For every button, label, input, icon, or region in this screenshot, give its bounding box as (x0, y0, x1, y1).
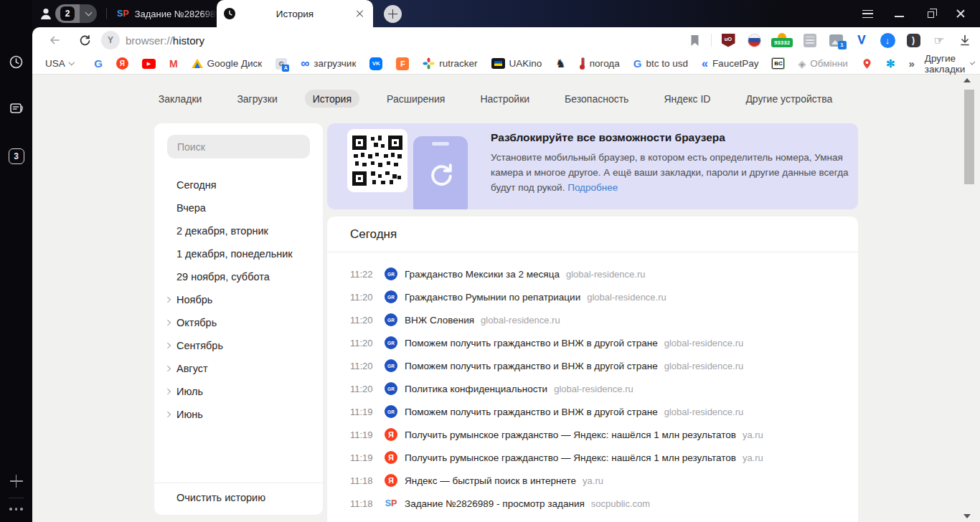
sidebar-item-month[interactable]: Сентябрь (154, 334, 323, 357)
tab-inactive[interactable]: SP Задание №2826989 - прос (113, 0, 217, 27)
scrollbar-down-icon[interactable] (963, 514, 971, 518)
ublock-extension-icon[interactable]: uO (719, 30, 738, 50)
history-entry[interactable]: 11:19 GR Поможем получить гражданство и … (327, 400, 858, 423)
bookmark-this-icon[interactable] (685, 30, 704, 50)
scrollbar-up-icon[interactable] (963, 78, 971, 82)
chevron-right-icon (165, 366, 171, 371)
bookmark-loader[interactable]: ∞загрузчик (301, 57, 356, 71)
browser-menu-button[interactable] (856, 0, 879, 27)
sidebar-item-date[interactable]: 2 декабря, вторник (154, 219, 323, 242)
history-entry[interactable]: 11:18 SP Задание №2826989 - просмотр зад… (327, 492, 858, 515)
search-input[interactable] (167, 135, 310, 158)
funnel-extension-icon[interactable]: V (852, 30, 871, 50)
tab-other-devices[interactable]: Другие устройства (738, 90, 840, 108)
sidebar-item-month[interactable]: Июнь (154, 403, 323, 426)
rail-add-icon[interactable] (0, 475, 32, 488)
sidebar-item-month[interactable]: Октябрь (154, 311, 323, 334)
bookmark-kyivstar[interactable]: ✼ (886, 57, 895, 70)
bookmark-uakino[interactable]: UAKino (491, 58, 542, 69)
back-button[interactable] (42, 29, 67, 51)
panels-rail-icon[interactable] (0, 101, 32, 117)
history-entry[interactable]: 11:18 Я Яндекс — быстрый поиск в интерне… (327, 469, 858, 492)
tab-bookmarks[interactable]: Закладки (151, 90, 210, 108)
close-button[interactable] (949, 0, 972, 27)
savefrom-extension-icon[interactable]: ↓ (878, 30, 897, 50)
history-entry[interactable]: 11:19 Я Получить румынское гражданство —… (327, 423, 858, 446)
yandex-favicon: Я (385, 474, 397, 487)
tab-downloads[interactable]: Загрузки (229, 90, 285, 108)
bookmark-vk[interactable]: VK (369, 57, 382, 70)
sidebar-item-date[interactable]: 1 декабря, понедельник (154, 242, 323, 265)
history-entry[interactable]: 11:20 GR Поможем получить гражданство и … (327, 354, 858, 377)
bookmark-google[interactable]: G (94, 57, 103, 70)
bookmark-google-maps[interactable] (862, 57, 872, 70)
sidebar-item-yesterday[interactable]: Вчера (154, 196, 323, 219)
tab-group-chevron-icon[interactable] (80, 4, 97, 23)
chevron-right-icon (165, 343, 171, 348)
tab-group-selector[interactable]: 2 (55, 4, 97, 23)
restore-button[interactable] (919, 0, 942, 27)
history-entry[interactable]: 11:22 GR Гражданство Мексики за 2 месяца… (327, 262, 858, 285)
site-icon[interactable]: Y (101, 31, 120, 49)
socpublic-favicon: SP (117, 9, 129, 19)
tab-security[interactable]: Безопасность (557, 90, 636, 108)
bookmark-folder-usa[interactable]: USA (45, 58, 73, 69)
sidebar-item-month[interactable]: Ноябрь (154, 288, 323, 311)
tab-settings[interactable]: Настройки (472, 90, 537, 108)
clipboard-extension-icon[interactable] (801, 30, 819, 50)
history-sidebar: Сегодня Вчера 2 декабря, вторник 1 декаб… (154, 123, 323, 515)
url-text[interactable]: browser://history (126, 34, 204, 47)
sidebar-item-date[interactable]: 29 ноября, суббота (154, 265, 323, 288)
pointer-extension-icon[interactable]: ☞ (930, 30, 948, 50)
bookmark-btc-usd[interactable]: Gbtc to usd (633, 57, 688, 70)
bookmark-youtube[interactable]: ▶ (142, 59, 156, 69)
bookmark-chess[interactable]: ♞ (555, 57, 565, 70)
tab-active[interactable]: История (217, 0, 373, 27)
history-entry[interactable]: 11:20 GR ВНЖ Словения global-residence.r… (327, 308, 858, 331)
bookmark-google-drive[interactable]: Google Диск (192, 58, 263, 69)
history-entry[interactable]: 11:20 GR Поможем получить гражданство и … (327, 331, 858, 354)
date-list: Сегодня Вчера 2 декабря, вторник 1 декаб… (154, 174, 323, 426)
history-rail-icon[interactable] (0, 54, 32, 69)
bookmark-yandex[interactable]: Я (116, 57, 128, 70)
sidebar-divider (154, 483, 323, 483)
bookmark-bestchange[interactable]: BC (772, 58, 784, 69)
bookmarks-overflow-icon[interactable]: » (908, 57, 914, 70)
history-entry[interactable]: 11:20 GR Политика конфиденциальности glo… (327, 377, 858, 400)
reload-button[interactable] (72, 29, 97, 51)
bookmark-translate[interactable]: GA (275, 58, 287, 70)
rail-more-icon[interactable] (0, 505, 32, 513)
bookmark-funpay[interactable]: F (396, 57, 409, 70)
tab-history[interactable]: История (305, 90, 359, 108)
bookmark-obmin[interactable]: ◈Обмінни (798, 58, 847, 70)
minimize-button[interactable] (887, 0, 910, 27)
promo-more-link[interactable]: Подробнее (567, 182, 618, 193)
scrollbar-thumb[interactable] (964, 90, 974, 184)
vpn-flag-extension-icon[interactable] (745, 30, 763, 50)
extensions-row: uO 93332 1 V ↓ ) ☞ (685, 27, 974, 53)
sidebar-item-today[interactable]: Сегодня (154, 174, 323, 196)
tab-extensions[interactable]: Расширения (379, 90, 453, 108)
image-downloader-extension-icon[interactable]: 1 (826, 30, 845, 50)
new-tab-button[interactable] (384, 5, 402, 23)
tab-count-rail-icon[interactable]: 3 (0, 148, 32, 164)
rutracker-icon (423, 57, 435, 70)
downloads-button[interactable] (956, 30, 974, 50)
sidebar-item-month[interactable]: Июль (154, 380, 323, 403)
dark-extension-icon[interactable]: ) (904, 30, 923, 50)
close-icon (956, 9, 966, 19)
bookmark-gmail[interactable]: M (169, 58, 178, 70)
bookmark-weather[interactable]: погода (580, 57, 620, 70)
bookmark-faucetpay[interactable]: «FaucetPay (702, 58, 758, 70)
tab-yandex-id[interactable]: Яндекс ID (656, 90, 718, 108)
clear-history-button[interactable]: Очистить историю (176, 492, 265, 503)
bookmark-rutracker[interactable]: rutracker (423, 57, 477, 70)
other-bookmarks-button[interactable]: Другие закладки (925, 53, 974, 75)
history-entry[interactable]: 11:19 Я Получить румынское гражданство —… (327, 446, 858, 469)
chevron-down-icon (971, 60, 975, 65)
profile-avatar-icon[interactable] (39, 6, 53, 21)
history-entry[interactable]: 11:20 GR Гражданство Румынии по репатриа… (327, 285, 858, 308)
sidebar-item-month[interactable]: Август (154, 357, 323, 380)
tab-close-icon[interactable] (354, 8, 366, 19)
counter-extension-icon[interactable]: 93332 (771, 30, 793, 50)
